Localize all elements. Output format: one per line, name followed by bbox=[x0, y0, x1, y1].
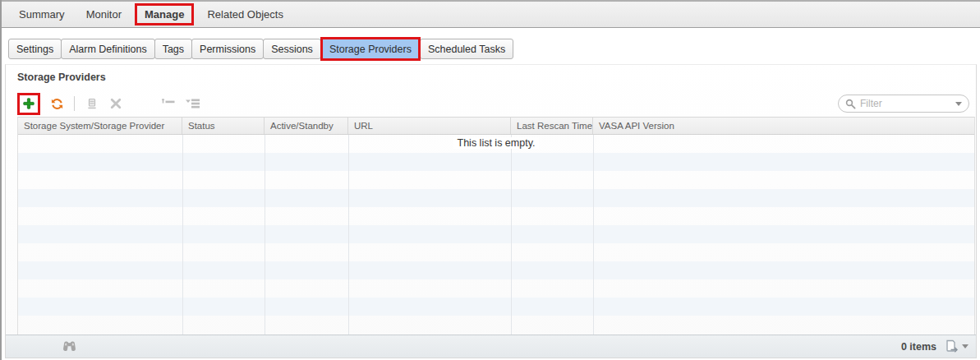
tab-related-objects[interactable]: Related Objects bbox=[196, 2, 294, 27]
column-header-url[interactable]: URL bbox=[348, 118, 511, 134]
subtab-sessions[interactable]: Sessions bbox=[263, 39, 321, 59]
storage-providers-table: Storage System/Storage Provider Status A… bbox=[17, 117, 975, 335]
panel-title: Storage Providers bbox=[17, 72, 106, 83]
footer-right-cluster: 0 items bbox=[901, 335, 968, 358]
sync-storage-providers-button[interactable] bbox=[83, 95, 101, 113]
manage-subtab-bar: Settings Alarm Definitions Tags Permissi… bbox=[8, 37, 513, 61]
table-row bbox=[18, 207, 974, 225]
filter-input[interactable] bbox=[860, 98, 955, 109]
vsphere-manage-screen: Summary Monitor Manage Related Objects S… bbox=[0, 0, 980, 360]
tab-manage[interactable]: Manage bbox=[135, 3, 194, 25]
find-button[interactable] bbox=[62, 339, 77, 356]
export-icon bbox=[944, 339, 959, 353]
table-row bbox=[18, 279, 974, 298]
column-header-storage-system[interactable]: Storage System/Storage Provider bbox=[18, 118, 182, 134]
add-icon bbox=[22, 97, 35, 110]
toolbar bbox=[17, 90, 969, 118]
table-row bbox=[18, 225, 974, 243]
storage-providers-panel: Storage Providers bbox=[5, 64, 977, 358]
subtab-permissions[interactable]: Permissions bbox=[191, 39, 264, 59]
subtab-tags[interactable]: Tags bbox=[154, 39, 192, 59]
export-button[interactable] bbox=[944, 339, 968, 353]
table-row bbox=[18, 171, 974, 189]
subtab-settings[interactable]: Settings bbox=[8, 39, 62, 59]
tab-summary[interactable]: Summary bbox=[8, 2, 76, 27]
empty-list-message: This list is empty. bbox=[18, 137, 974, 149]
table-row bbox=[18, 153, 974, 171]
table-row bbox=[18, 243, 974, 261]
indent-view-button[interactable] bbox=[160, 95, 178, 113]
table-row bbox=[18, 261, 974, 279]
column-header-last-rescan-time[interactable]: Last Rescan Time bbox=[511, 118, 593, 134]
remove-icon bbox=[109, 97, 122, 110]
table-body: This list is empty. bbox=[18, 135, 974, 335]
subtab-alarm-definitions[interactable]: Alarm Definitions bbox=[61, 39, 154, 59]
tab-monitor[interactable]: Monitor bbox=[76, 2, 132, 27]
filter-dropdown-caret-icon[interactable] bbox=[955, 102, 962, 106]
add-provider-button[interactable] bbox=[17, 93, 40, 115]
table-row bbox=[18, 189, 974, 207]
rescan-refresh-button[interactable] bbox=[48, 95, 66, 113]
column-header-vasa-api-version[interactable]: VASA API Version bbox=[593, 118, 974, 134]
column-separator bbox=[265, 135, 265, 335]
column-header-status[interactable]: Status bbox=[182, 118, 265, 134]
column-separator bbox=[348, 135, 349, 335]
filter-box[interactable] bbox=[838, 95, 969, 113]
list-view-button[interactable] bbox=[184, 95, 202, 113]
top-tab-bar: Summary Monitor Manage Related Objects bbox=[2, 0, 980, 28]
indent-icon bbox=[161, 98, 177, 109]
column-separator bbox=[182, 135, 183, 335]
refresh-icon bbox=[50, 97, 64, 111]
table-row bbox=[18, 298, 974, 316]
column-separator bbox=[511, 135, 512, 335]
table-footer: 0 items bbox=[6, 335, 976, 358]
subtab-storage-providers[interactable]: Storage Providers bbox=[320, 37, 421, 61]
column-separator bbox=[593, 135, 594, 335]
binoculars-icon bbox=[62, 339, 77, 353]
table-row bbox=[18, 316, 974, 334]
subtab-scheduled-tasks[interactable]: Scheduled Tasks bbox=[420, 39, 513, 59]
column-header-active-standby[interactable]: Active/Standby bbox=[265, 118, 348, 134]
sync-storage-icon bbox=[85, 97, 99, 110]
search-icon bbox=[845, 99, 856, 109]
export-dropdown-caret-icon[interactable] bbox=[962, 344, 968, 348]
table-header-row: Storage System/Storage Provider Status A… bbox=[18, 117, 974, 135]
remove-provider-button[interactable] bbox=[107, 95, 125, 113]
list-icon bbox=[185, 98, 201, 110]
items-count: 0 items bbox=[901, 341, 936, 353]
toolbar-separator bbox=[74, 96, 75, 111]
